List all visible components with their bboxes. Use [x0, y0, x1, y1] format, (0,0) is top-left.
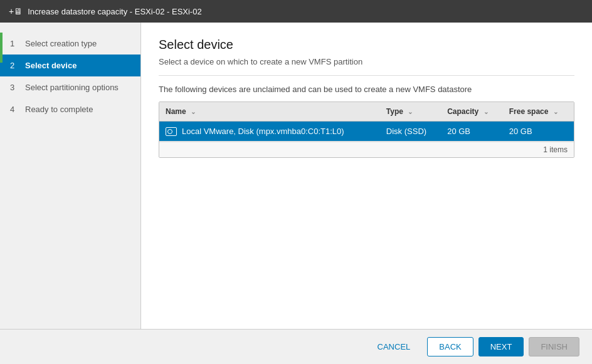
table-body: Local VMware, Disk (mpx.vmhba0:C0:T1:L0)… — [159, 122, 574, 142]
header-row: Name ⌄ Type ⌄ Capacity ⌄ — [159, 102, 574, 122]
sort-freespace-icon: ⌄ — [553, 108, 558, 115]
progress-indicator — [0, 33, 3, 63]
next-button[interactable]: NEXT — [478, 337, 524, 356]
step4-label: Ready to complete — [25, 105, 93, 114]
title-bar: +🖥 Increase datastore capacity - ESXi-02… — [0, 0, 592, 23]
dialog: +🖥 Increase datastore capacity - ESXi-02… — [0, 0, 592, 364]
cancel-button[interactable]: CANCEL — [366, 337, 423, 356]
cell-name: Local VMware, Disk (mpx.vmhba0:C0:T1:L0) — [159, 122, 380, 142]
step4-number: 4 — [10, 105, 20, 114]
content-area: 1 Select creation type 2 Select device 3… — [0, 23, 592, 329]
cell-capacity: 20 GB — [441, 122, 503, 142]
step1-label: Select creation type — [25, 39, 97, 48]
sidebar-steps: 1 Select creation type 2 Select device 3… — [0, 33, 140, 120]
sidebar: 1 Select creation type 2 Select device 3… — [0, 23, 141, 329]
dialog-icon: +🖥 — [9, 6, 23, 16]
col-freespace[interactable]: Free space ⌄ — [503, 102, 574, 122]
dialog-title: Increase datastore capacity - ESXi-02 - … — [28, 7, 201, 16]
table-header: Name ⌄ Type ⌄ Capacity ⌄ — [159, 102, 574, 122]
sidebar-item-step3[interactable]: 3 Select partitioning options — [0, 76, 140, 98]
step2-number: 2 — [10, 61, 20, 70]
step3-label: Select partitioning options — [25, 83, 119, 92]
col-type[interactable]: Type ⌄ — [380, 102, 441, 122]
col-name[interactable]: Name ⌄ — [159, 102, 380, 122]
step1-number: 1 — [10, 39, 20, 48]
cell-type: Disk (SSD) — [380, 122, 441, 142]
page-title: Select device — [159, 38, 574, 52]
back-button[interactable]: BACK — [427, 337, 473, 356]
table-row[interactable]: Local VMware, Disk (mpx.vmhba0:C0:T1:L0)… — [159, 122, 574, 142]
device-name: Local VMware, Disk (mpx.vmhba0:C0:T1:L0) — [182, 127, 344, 136]
sidebar-item-step2[interactable]: 2 Select device — [0, 55, 140, 76]
finish-button: FINISH — [529, 337, 579, 356]
sidebar-item-step4[interactable]: 4 Ready to complete — [0, 98, 140, 120]
items-count: 1 items — [159, 142, 574, 157]
disk-icon — [166, 127, 177, 136]
main-panel: Select device Select a device on which t… — [141, 23, 592, 329]
device-table-container: Name ⌄ Type ⌄ Capacity ⌄ — [159, 101, 574, 158]
sort-capacity-icon: ⌄ — [484, 108, 489, 115]
device-table: Name ⌄ Type ⌄ Capacity ⌄ — [159, 102, 574, 142]
sidebar-item-step1[interactable]: 1 Select creation type — [0, 33, 140, 55]
page-description: The following devices are unclaimed and … — [159, 85, 574, 94]
sort-name-icon: ⌄ — [191, 108, 196, 115]
cell-freespace: 20 GB — [503, 122, 574, 142]
page-subtitle: Select a device on which to create a new… — [159, 57, 574, 76]
footer: CANCEL BACK NEXT FINISH — [0, 329, 592, 364]
sort-type-icon: ⌄ — [408, 108, 413, 115]
col-capacity[interactable]: Capacity ⌄ — [441, 102, 503, 122]
step2-label: Select device — [25, 61, 77, 70]
step3-number: 3 — [10, 83, 20, 92]
device-cell: Local VMware, Disk (mpx.vmhba0:C0:T1:L0) — [166, 127, 374, 136]
